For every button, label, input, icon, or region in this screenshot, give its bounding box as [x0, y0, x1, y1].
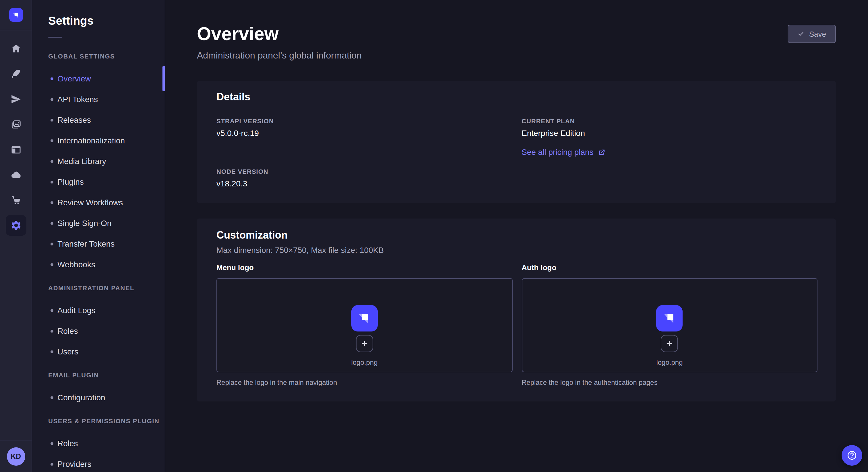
- subnav-item-admin-roles[interactable]: Roles: [32, 321, 165, 341]
- bullet-icon: [51, 139, 53, 142]
- subnav-item-internationalization[interactable]: Internationalization: [32, 130, 165, 151]
- bullet-icon: [51, 222, 53, 225]
- bullet-icon: [51, 77, 53, 80]
- auth-logo-preview: [656, 305, 683, 332]
- main-content: Overview Administration panel’s global i…: [165, 0, 868, 472]
- menu-logo-group: Menu logo logo.png Replace the logo in t…: [216, 263, 513, 387]
- subnav-item-webhooks[interactable]: Webhooks: [32, 254, 165, 275]
- subnav-item-overview[interactable]: Overview: [32, 68, 165, 89]
- subnav-item-up-providers[interactable]: Providers: [32, 453, 165, 472]
- bullet-icon: [51, 442, 53, 445]
- settings-rail-item[interactable]: [0, 213, 32, 238]
- section-label: USERS & PERMISSIONS PLUGIN: [48, 417, 165, 425]
- node-version-field: NODE VERSION v18.20.3: [216, 168, 513, 189]
- menu-logo-label: Menu logo: [216, 263, 513, 272]
- auth-logo-dropzone[interactable]: logo.png: [522, 278, 817, 372]
- menu-logo-dropzone[interactable]: logo.png: [216, 278, 513, 372]
- settings-icon: [5, 215, 26, 236]
- menu-logo-add-button[interactable]: [356, 335, 373, 352]
- auth-logo-filename: logo.png: [656, 359, 683, 367]
- cloud-icon[interactable]: [0, 162, 32, 188]
- customization-card: Customization Max dimension: 750×750, Ma…: [197, 218, 836, 401]
- details-card: Details STRAPI VERSION v5.0.0-rc.19 CURR…: [197, 81, 836, 203]
- section-administration-panel: ADMINISTRATION PANEL Audit Logs Roles Us…: [32, 284, 165, 362]
- bullet-icon: [51, 119, 53, 121]
- content-type-builder-icon[interactable]: [0, 137, 32, 162]
- bullet-icon: [51, 201, 53, 204]
- plus-icon: [361, 339, 369, 347]
- strapi-logo-icon: [9, 8, 23, 22]
- marketplace-icon[interactable]: [0, 188, 32, 213]
- menu-logo-preview: [351, 305, 378, 332]
- section-users-permissions-plugin: USERS & PERMISSIONS PLUGIN Roles Provide…: [32, 417, 165, 472]
- workspace-logo[interactable]: [0, 0, 32, 30]
- auth-logo-label: Auth logo: [522, 263, 817, 272]
- auth-logo-hint: Replace the logo in the authentication p…: [522, 378, 817, 387]
- subnav-item-media-library[interactable]: Media Library: [32, 151, 165, 171]
- current-plan-field: CURRENT PLAN Enterprise Edition See all …: [522, 117, 817, 157]
- pricing-plans-link[interactable]: See all pricing plans: [522, 147, 606, 157]
- section-label: GLOBAL SETTINGS: [48, 53, 165, 60]
- rail-user-area: KD: [0, 440, 32, 472]
- subnav-title: Settings: [48, 14, 165, 28]
- help-button[interactable]: [842, 445, 862, 466]
- subnav-item-releases[interactable]: Releases: [32, 109, 165, 130]
- page-header: Overview Administration panel’s global i…: [197, 23, 836, 62]
- auth-logo-group: Auth logo logo.png Replace the logo in t…: [522, 263, 817, 387]
- customization-card-title: Customization: [216, 229, 817, 241]
- section-email-plugin: EMAIL PLUGIN Configuration: [32, 372, 165, 408]
- section-label: ADMINISTRATION PANEL: [48, 284, 165, 292]
- app-window: KD Settings GLOBAL SETTINGS Overview API…: [0, 0, 868, 472]
- settings-subnav: Settings GLOBAL SETTINGS Overview API To…: [32, 0, 165, 472]
- main-nav-rail: KD: [0, 0, 32, 472]
- media-library-icon[interactable]: [0, 112, 32, 137]
- bullet-icon: [51, 180, 53, 183]
- active-indicator: [162, 66, 165, 91]
- menu-logo-hint: Replace the logo in the main navigation: [216, 378, 513, 387]
- external-link-icon: [598, 148, 606, 156]
- plus-icon: [665, 339, 674, 347]
- section-label: EMAIL PLUGIN: [48, 372, 165, 379]
- page-title: Overview: [197, 23, 362, 45]
- subnav-item-plugins[interactable]: Plugins: [32, 171, 165, 192]
- auth-logo-add-button[interactable]: [661, 335, 678, 352]
- bullet-icon: [51, 242, 53, 245]
- subnav-divider: [48, 37, 62, 38]
- bullet-icon: [51, 463, 53, 465]
- subnav-item-admin-users[interactable]: Users: [32, 341, 165, 362]
- rail-nav: [0, 30, 32, 238]
- subnav-item-transfer-tokens[interactable]: Transfer Tokens: [32, 233, 165, 254]
- section-global-settings: GLOBAL SETTINGS Overview API Tokens Rele…: [32, 53, 165, 275]
- subnav-item-email-configuration[interactable]: Configuration: [32, 387, 165, 408]
- subnav-item-api-tokens[interactable]: API Tokens: [32, 89, 165, 109]
- bullet-icon: [51, 160, 53, 163]
- page-subtitle: Administration panel’s global informatio…: [197, 49, 362, 62]
- bullet-icon: [51, 330, 53, 332]
- check-icon: [798, 30, 805, 37]
- home-icon[interactable]: [0, 36, 32, 61]
- strapi-version-field: STRAPI VERSION v5.0.0-rc.19: [216, 117, 513, 157]
- bullet-icon: [51, 309, 53, 312]
- bullet-icon: [51, 263, 53, 266]
- subnav-item-audit-logs[interactable]: Audit Logs: [32, 300, 165, 321]
- subnav-item-single-sign-on[interactable]: Single Sign-On: [32, 213, 165, 233]
- details-card-title: Details: [216, 91, 817, 103]
- releases-icon[interactable]: [0, 87, 32, 112]
- subnav-item-review-workflows[interactable]: Review Workflows: [32, 192, 165, 213]
- content-manager-icon[interactable]: [0, 61, 32, 87]
- bullet-icon: [51, 350, 53, 353]
- bullet-icon: [51, 396, 53, 399]
- menu-logo-filename: logo.png: [351, 359, 377, 367]
- user-avatar[interactable]: KD: [7, 447, 25, 465]
- question-mark-icon: [846, 450, 858, 461]
- customization-constraints: Max dimension: 750×750, Max file size: 1…: [216, 244, 817, 256]
- save-button[interactable]: Save: [788, 25, 836, 43]
- subnav-item-up-roles[interactable]: Roles: [32, 433, 165, 453]
- bullet-icon: [51, 98, 53, 101]
